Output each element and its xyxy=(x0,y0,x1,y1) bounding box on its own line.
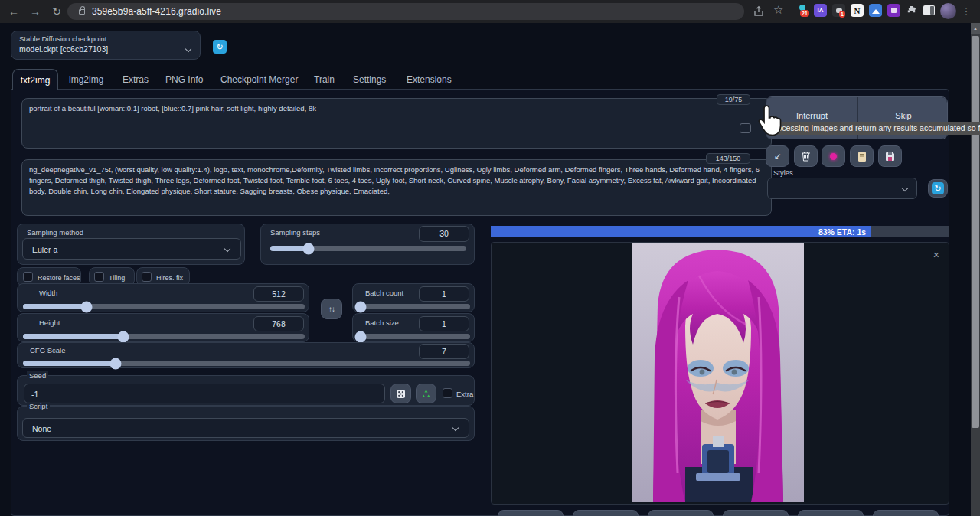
tab-png-info[interactable]: PNG Info xyxy=(165,74,203,85)
gallery-action-button[interactable] xyxy=(798,510,864,516)
height-input[interactable]: 768 xyxy=(253,316,304,331)
extra-networks-icon xyxy=(830,153,837,160)
clear-prompt-button[interactable] xyxy=(794,145,818,167)
back-icon[interactable]: ← xyxy=(6,4,21,19)
share-icon[interactable] xyxy=(753,5,765,18)
checkpoint-block: Stable Diffusion checkpoint model.ckpt [… xyxy=(11,31,201,60)
profile-avatar[interactable] xyxy=(940,3,956,19)
browser-toolbar: ← → ↻ 359e5b9a-a5ff-4216.gradio.live ☆ 2… xyxy=(0,0,980,23)
generated-image-preview[interactable] xyxy=(632,243,804,502)
checkpoint-refresh-button[interactable]: ↻ xyxy=(213,40,227,54)
tab-extensions[interactable]: Extensions xyxy=(407,74,452,85)
batch-count-block: Batch count 1 xyxy=(352,283,475,312)
tab-txt2img[interactable]: txt2img xyxy=(12,69,58,90)
gallery-action-button[interactable] xyxy=(573,510,639,516)
floppy-icon xyxy=(885,152,895,162)
negative-token-counter: 143/150 xyxy=(706,153,750,164)
extension-chat-icon[interactable]: 1 xyxy=(832,4,845,17)
interrupt-tooltip: rocessing images and return any results … xyxy=(769,122,980,135)
paste-params-button[interactable]: ↙ xyxy=(766,145,789,167)
width-block: Width 512 xyxy=(17,283,309,312)
prompt-input[interactable]: portrait of a beautiful [woman::0.1] rob… xyxy=(21,98,772,149)
scroll-up-arrow[interactable]: ▲ xyxy=(971,23,980,34)
prompt-token-counter: 19/75 xyxy=(717,94,750,105)
height-slider[interactable] xyxy=(23,334,305,339)
extension-purple-icon[interactable] xyxy=(887,4,900,17)
trash-icon xyxy=(801,151,811,162)
extension-badge: 21 xyxy=(800,10,809,17)
reload-icon[interactable]: ↻ xyxy=(49,4,64,19)
tab-train[interactable]: Train xyxy=(314,74,335,85)
image-gallery: × xyxy=(491,242,949,505)
width-input[interactable]: 512 xyxy=(253,286,304,302)
portrait-artwork xyxy=(632,243,804,502)
apply-style-button[interactable] xyxy=(850,145,874,167)
seed-input[interactable]: -1 xyxy=(24,384,385,403)
gallery-action-button[interactable] xyxy=(873,510,939,516)
sampling-steps-input[interactable]: 30 xyxy=(419,226,469,242)
tab-extras[interactable]: Extras xyxy=(122,74,149,85)
restore-faces-checkbox[interactable] xyxy=(23,272,33,282)
prompt-resize-grip[interactable] xyxy=(740,123,751,133)
chevron-down-icon xyxy=(224,246,230,252)
sampling-method-block: Sampling method Euler a xyxy=(17,224,245,265)
chevron-down-icon xyxy=(452,425,459,431)
batch-size-slider[interactable] xyxy=(358,334,470,339)
batch-count-slider[interactable] xyxy=(358,304,470,309)
checkpoint-dropdown[interactable]: model.ckpt [cc6cb27103] xyxy=(19,44,108,54)
browser-menu-icon[interactable]: ⋮ xyxy=(959,4,974,19)
chevron-down-icon xyxy=(185,46,191,52)
random-seed-button[interactable] xyxy=(390,384,411,403)
save-style-button[interactable] xyxy=(878,145,902,167)
progress-text: 83% ETA: 1s xyxy=(818,227,871,237)
width-slider[interactable] xyxy=(23,304,305,309)
extra-seed-checkbox[interactable] xyxy=(443,388,452,398)
sidebar-toggle-icon[interactable] xyxy=(923,5,935,15)
gallery-action-button[interactable] xyxy=(498,510,564,516)
scrollbar-track[interactable]: ▲ xyxy=(971,23,980,516)
swap-dimensions-button[interactable]: ↑↓ xyxy=(321,299,342,319)
batch-count-input[interactable]: 1 xyxy=(419,286,469,302)
script-block: Script None xyxy=(17,406,475,441)
recycle-icon xyxy=(421,389,431,399)
dice-icon xyxy=(396,389,406,399)
close-preview-icon[interactable]: × xyxy=(933,249,939,261)
styles-label: Styles xyxy=(773,168,793,177)
tab-settings[interactable]: Settings xyxy=(353,74,386,85)
extension-image-icon[interactable] xyxy=(869,4,882,17)
extensions-puzzle-icon[interactable] xyxy=(906,5,917,16)
tab-checkpoint-merger[interactable]: Checkpoint Merger xyxy=(220,74,298,85)
extension-notion-icon[interactable]: N xyxy=(851,4,864,17)
reuse-seed-button[interactable] xyxy=(416,384,436,403)
bookmark-star-icon[interactable]: ☆ xyxy=(773,3,783,17)
lock-icon xyxy=(79,9,85,15)
extension-ia-icon[interactable]: IA xyxy=(814,4,827,17)
extension-badge: 1 xyxy=(839,11,845,18)
checkpoint-label: Stable Diffusion checkpoint xyxy=(19,34,106,43)
extension-pin-icon[interactable]: 21 xyxy=(796,4,808,16)
batch-size-input[interactable]: 1 xyxy=(419,316,469,331)
url-text[interactable]: 359e5b9a-a5ff-4216.gradio.live xyxy=(92,6,221,17)
extra-networks-button[interactable] xyxy=(822,145,845,167)
gallery-action-button[interactable] xyxy=(723,510,789,516)
negative-prompt-input[interactable]: ng_deepnegative_v1_75t, (worst quality, … xyxy=(21,159,772,216)
styles-refresh-button[interactable]: ↻ xyxy=(928,179,948,198)
gallery-action-button[interactable] xyxy=(648,510,714,516)
seed-block: Seed -1 Extra xyxy=(17,375,475,406)
script-dropdown[interactable]: None xyxy=(22,418,469,438)
cfg-scale-slider[interactable] xyxy=(23,361,470,366)
forward-icon[interactable]: → xyxy=(28,4,43,19)
tab-img2img[interactable]: img2img xyxy=(69,74,103,85)
cfg-scale-input[interactable]: 7 xyxy=(419,344,469,359)
scrollbar-thumb[interactable] xyxy=(972,36,979,428)
tiling-checkbox[interactable] xyxy=(94,272,104,282)
sampling-steps-slider[interactable] xyxy=(270,246,466,251)
chevron-down-icon xyxy=(902,185,908,191)
clipboard-icon xyxy=(858,151,867,162)
refresh-icon: ↻ xyxy=(932,182,944,194)
styles-dropdown[interactable] xyxy=(767,178,917,199)
hires-fix-checkbox[interactable] xyxy=(142,272,152,282)
sampling-steps-block: Sampling steps 30 xyxy=(260,224,475,265)
cfg-scale-block: CFG Scale 7 xyxy=(17,342,475,368)
sampling-method-dropdown[interactable]: Euler a xyxy=(22,238,241,260)
